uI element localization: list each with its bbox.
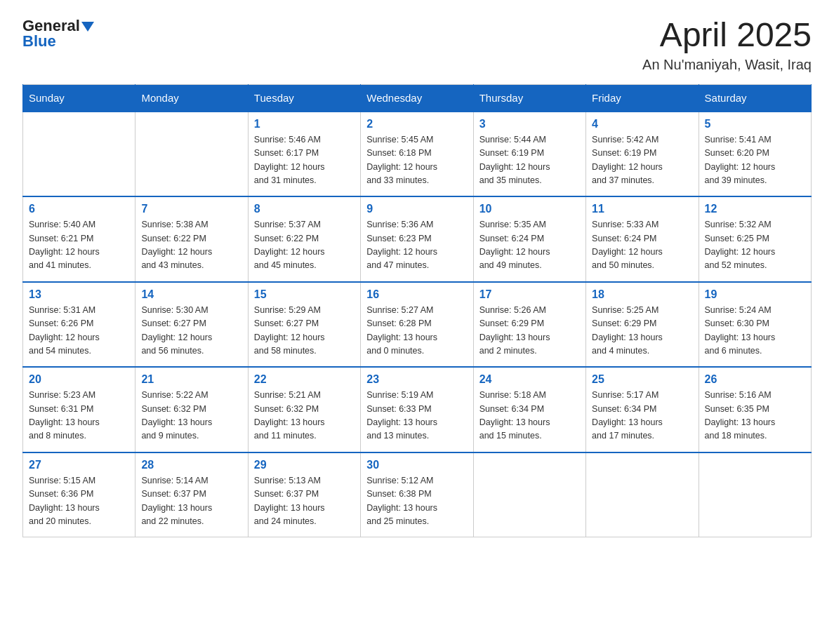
day-info: Sunrise: 5:22 AMSunset: 6:32 PMDaylight:… [141, 389, 241, 443]
day-cell [135, 112, 248, 197]
weekday-header-sunday: Sunday [23, 84, 135, 112]
day-number: 29 [254, 459, 355, 471]
day-cell: 7Sunrise: 5:38 AMSunset: 6:22 PMDaylight… [135, 196, 248, 282]
day-cell: 15Sunrise: 5:29 AMSunset: 6:27 PMDayligh… [248, 282, 360, 368]
day-cell: 10Sunrise: 5:35 AMSunset: 6:24 PMDayligh… [473, 196, 585, 282]
day-cell: 1Sunrise: 5:46 AMSunset: 6:17 PMDaylight… [248, 112, 360, 197]
day-number: 2 [366, 118, 467, 130]
day-info: Sunrise: 5:41 AMSunset: 6:20 PMDaylight:… [705, 133, 805, 188]
day-number: 22 [254, 373, 355, 386]
day-info: Sunrise: 5:14 AMSunset: 6:37 PMDaylight:… [141, 474, 241, 529]
day-cell: 4Sunrise: 5:42 AMSunset: 6:19 PMDaylight… [586, 112, 699, 197]
day-info: Sunrise: 5:46 AMSunset: 6:17 PMDaylight:… [254, 133, 355, 188]
day-cell: 8Sunrise: 5:37 AMSunset: 6:22 PMDaylight… [248, 196, 360, 282]
day-number: 5 [705, 118, 805, 130]
day-info: Sunrise: 5:23 AMSunset: 6:31 PMDaylight:… [29, 389, 129, 443]
day-number: 25 [592, 373, 692, 386]
svg-marker-0 [81, 22, 94, 32]
month-title: April 2025 [642, 17, 812, 54]
weekday-header-saturday: Saturday [699, 84, 811, 112]
day-cell: 28Sunrise: 5:14 AMSunset: 6:37 PMDayligh… [135, 452, 248, 537]
day-number: 24 [479, 373, 580, 386]
day-cell: 13Sunrise: 5:31 AMSunset: 6:26 PMDayligh… [23, 282, 135, 368]
day-cell: 21Sunrise: 5:22 AMSunset: 6:32 PMDayligh… [135, 367, 248, 452]
weekday-header-friday: Friday [586, 84, 699, 112]
day-number: 9 [366, 203, 467, 215]
day-cell: 14Sunrise: 5:30 AMSunset: 6:27 PMDayligh… [135, 282, 248, 368]
day-number: 4 [592, 118, 692, 130]
week-row-5: 27Sunrise: 5:15 AMSunset: 6:36 PMDayligh… [23, 452, 812, 537]
day-info: Sunrise: 5:42 AMSunset: 6:19 PMDaylight:… [592, 133, 692, 188]
day-number: 10 [479, 203, 580, 215]
day-cell [473, 452, 585, 537]
day-number: 11 [592, 203, 692, 215]
day-cell: 17Sunrise: 5:26 AMSunset: 6:29 PMDayligh… [473, 282, 585, 368]
day-number: 15 [254, 288, 355, 301]
day-number: 23 [366, 373, 467, 386]
day-info: Sunrise: 5:26 AMSunset: 6:29 PMDaylight:… [479, 304, 580, 358]
day-info: Sunrise: 5:12 AMSunset: 6:38 PMDaylight:… [366, 474, 467, 529]
day-info: Sunrise: 5:33 AMSunset: 6:24 PMDaylight:… [592, 218, 692, 273]
day-cell [699, 452, 811, 537]
day-cell: 24Sunrise: 5:18 AMSunset: 6:34 PMDayligh… [473, 367, 585, 452]
day-info: Sunrise: 5:31 AMSunset: 6:26 PMDaylight:… [29, 304, 129, 358]
day-cell: 20Sunrise: 5:23 AMSunset: 6:31 PMDayligh… [23, 367, 135, 452]
weekday-header-row: SundayMondayTuesdayWednesdayThursdayFrid… [23, 84, 812, 112]
day-info: Sunrise: 5:19 AMSunset: 6:33 PMDaylight:… [366, 389, 467, 443]
day-info: Sunrise: 5:37 AMSunset: 6:22 PMDaylight:… [254, 218, 355, 273]
day-number: 17 [479, 288, 580, 301]
day-cell: 6Sunrise: 5:40 AMSunset: 6:21 PMDaylight… [23, 196, 135, 282]
day-info: Sunrise: 5:25 AMSunset: 6:29 PMDaylight:… [592, 304, 692, 358]
day-cell: 16Sunrise: 5:27 AMSunset: 6:28 PMDayligh… [361, 282, 473, 368]
logo-blue: Blue [22, 32, 56, 51]
day-cell: 19Sunrise: 5:24 AMSunset: 6:30 PMDayligh… [699, 282, 811, 368]
logo: General Blue [22, 17, 94, 51]
day-info: Sunrise: 5:13 AMSunset: 6:37 PMDaylight:… [254, 474, 355, 529]
calendar-table: SundayMondayTuesdayWednesdayThursdayFrid… [22, 84, 812, 538]
day-cell: 11Sunrise: 5:33 AMSunset: 6:24 PMDayligh… [586, 196, 699, 282]
day-cell: 25Sunrise: 5:17 AMSunset: 6:34 PMDayligh… [586, 367, 699, 452]
day-cell [23, 112, 135, 197]
day-number: 27 [29, 459, 129, 471]
week-row-1: 1Sunrise: 5:46 AMSunset: 6:17 PMDaylight… [23, 112, 812, 197]
day-cell: 12Sunrise: 5:32 AMSunset: 6:25 PMDayligh… [699, 196, 811, 282]
day-number: 21 [141, 373, 241, 386]
week-row-2: 6Sunrise: 5:40 AMSunset: 6:21 PMDaylight… [23, 196, 812, 282]
day-info: Sunrise: 5:16 AMSunset: 6:35 PMDaylight:… [705, 389, 805, 443]
day-info: Sunrise: 5:15 AMSunset: 6:36 PMDaylight:… [29, 474, 129, 529]
page-header: General Blue April 2025 An Nu'maniyah, W… [22, 17, 812, 73]
day-info: Sunrise: 5:36 AMSunset: 6:23 PMDaylight:… [366, 218, 467, 273]
logo-triangle-icon [81, 20, 94, 33]
day-cell: 2Sunrise: 5:45 AMSunset: 6:18 PMDaylight… [361, 112, 473, 197]
day-cell: 30Sunrise: 5:12 AMSunset: 6:38 PMDayligh… [361, 452, 473, 537]
day-number: 14 [141, 288, 241, 301]
day-cell [586, 452, 699, 537]
day-number: 18 [592, 288, 692, 301]
day-number: 6 [29, 203, 129, 215]
day-number: 12 [705, 203, 805, 215]
day-number: 26 [705, 373, 805, 386]
day-info: Sunrise: 5:35 AMSunset: 6:24 PMDaylight:… [479, 218, 580, 273]
day-number: 30 [366, 459, 467, 471]
day-number: 13 [29, 288, 129, 301]
day-cell: 5Sunrise: 5:41 AMSunset: 6:20 PMDaylight… [699, 112, 811, 197]
weekday-header-wednesday: Wednesday [361, 84, 473, 112]
day-number: 3 [479, 118, 580, 130]
day-number: 7 [141, 203, 241, 215]
week-row-4: 20Sunrise: 5:23 AMSunset: 6:31 PMDayligh… [23, 367, 812, 452]
day-cell: 26Sunrise: 5:16 AMSunset: 6:35 PMDayligh… [699, 367, 811, 452]
day-cell: 3Sunrise: 5:44 AMSunset: 6:19 PMDaylight… [473, 112, 585, 197]
day-cell: 9Sunrise: 5:36 AMSunset: 6:23 PMDaylight… [361, 196, 473, 282]
day-cell: 29Sunrise: 5:13 AMSunset: 6:37 PMDayligh… [248, 452, 360, 537]
day-cell: 18Sunrise: 5:25 AMSunset: 6:29 PMDayligh… [586, 282, 699, 368]
day-info: Sunrise: 5:38 AMSunset: 6:22 PMDaylight:… [141, 218, 241, 273]
location-title: An Nu'maniyah, Wasit, Iraq [642, 57, 812, 73]
day-number: 19 [705, 288, 805, 301]
day-cell: 22Sunrise: 5:21 AMSunset: 6:32 PMDayligh… [248, 367, 360, 452]
day-info: Sunrise: 5:32 AMSunset: 6:25 PMDaylight:… [705, 218, 805, 273]
day-info: Sunrise: 5:44 AMSunset: 6:19 PMDaylight:… [479, 133, 580, 188]
day-info: Sunrise: 5:30 AMSunset: 6:27 PMDaylight:… [141, 304, 241, 358]
day-info: Sunrise: 5:24 AMSunset: 6:30 PMDaylight:… [705, 304, 805, 358]
day-info: Sunrise: 5:18 AMSunset: 6:34 PMDaylight:… [479, 389, 580, 443]
weekday-header-monday: Monday [135, 84, 248, 112]
